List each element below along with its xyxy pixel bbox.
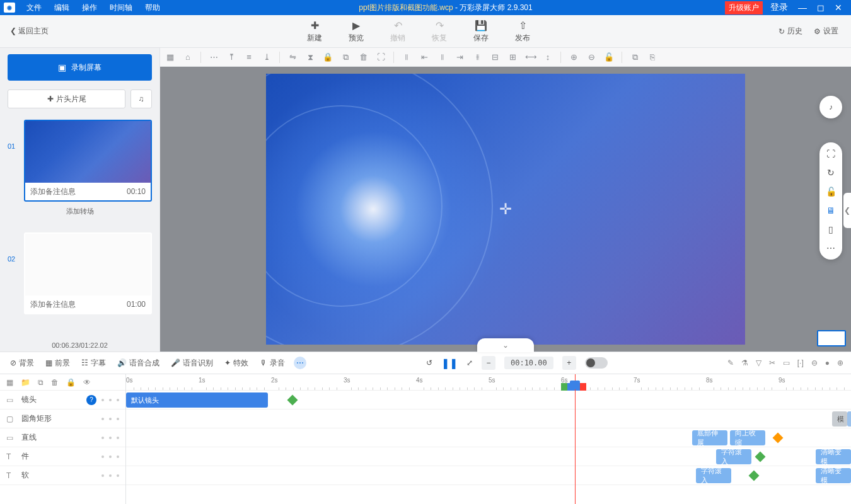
unlock-icon[interactable]: 🔓: [604, 52, 614, 62]
back-home-button[interactable]: ❮ 返回主页: [0, 26, 59, 37]
fullscreen-icon[interactable]: ⛶: [826, 149, 835, 159]
desktop-view-icon[interactable]: 🖥: [826, 205, 835, 215]
zoom-slider-icon[interactable]: ●: [825, 358, 830, 367]
midbar-录音-button[interactable]: 🎙录音: [257, 357, 287, 370]
clip-clear-morph[interactable]: 清晰变模: [816, 449, 851, 464]
ellipsis-tool-icon[interactable]: ⋯: [209, 52, 219, 62]
slide-note[interactable]: 添加备注信息: [30, 186, 76, 197]
timeline-tracks[interactable]: 0s1s2s3s4s5s6s7s8s9s10s 默认镜头 模 底部伸展 向上收缩…: [126, 374, 851, 504]
crop-icon[interactable]: ⛶: [376, 52, 386, 62]
zoom-out-tl-icon[interactable]: ⊖: [811, 358, 818, 367]
stage-content[interactable]: ✛: [266, 74, 745, 345]
flip-h-icon[interactable]: ⇋: [287, 52, 298, 62]
help-icon[interactable]: ?: [86, 395, 96, 405]
funnel-icon[interactable]: ▽: [756, 358, 761, 367]
close-button[interactable]: ✕: [830, 3, 847, 13]
clip-bottom-extend[interactable]: 底部伸展: [692, 430, 727, 445]
edit-tool-icon[interactable]: ✎: [727, 358, 734, 367]
keyframe-marker[interactable]: [287, 395, 298, 406]
folder-icon[interactable]: 📁: [21, 378, 30, 387]
history-button[interactable]: ↻ 历史: [779, 26, 802, 37]
toolbar-预览-button[interactable]: ▶预览: [341, 17, 371, 46]
keyframe-marker[interactable]: [773, 433, 784, 444]
head-tail-button[interactable]: ✚ 片头片尾: [8, 89, 125, 108]
add-transition-button[interactable]: 添加转场: [8, 202, 152, 221]
filter-tool-icon[interactable]: ⚗: [741, 358, 748, 367]
clip-tag-mo[interactable]: 模: [832, 411, 847, 427]
track-delete-icon[interactable]: 🗑: [51, 378, 59, 387]
menu-timeline[interactable]: 时间轴: [103, 3, 139, 13]
menu-help[interactable]: 帮助: [139, 3, 166, 13]
panel-toggle-button[interactable]: ⌄: [477, 338, 534, 352]
upgrade-button[interactable]: 升级账户: [725, 1, 763, 14]
slide-card[interactable]: 添加备注信息01:00: [24, 232, 152, 314]
menu-action[interactable]: 操作: [76, 3, 103, 13]
music-library-button[interactable]: ♫: [130, 89, 152, 108]
marker-icon[interactable]: ▭: [783, 358, 790, 367]
zoom-in-tl-icon[interactable]: ⊕: [837, 358, 843, 367]
record-screen-button[interactable]: ▣ 录制屏幕: [8, 54, 152, 81]
paste-icon[interactable]: ⎘: [647, 52, 657, 62]
mobile-view-icon[interactable]: ▯: [828, 224, 833, 234]
minimap[interactable]: [817, 330, 846, 346]
clip-char-scroll[interactable]: 字符滚入: [716, 449, 751, 464]
more-float-icon[interactable]: ⋯: [826, 243, 835, 253]
more-options-button[interactable]: ⋯: [294, 357, 306, 369]
time-plus-button[interactable]: +: [562, 356, 576, 370]
track-header[interactable]: T软: [0, 466, 125, 485]
midbar-前景-button[interactable]: ▦前景: [43, 357, 72, 370]
timeline-ruler[interactable]: 0s1s2s3s4s5s6s7s8s9s10s: [126, 374, 851, 391]
menu-edit[interactable]: 编辑: [48, 3, 76, 13]
track-header[interactable]: T件: [0, 447, 125, 466]
login-button[interactable]: 登录: [765, 2, 793, 13]
delete-icon[interactable]: 🗑: [358, 52, 368, 62]
home-tool-icon[interactable]: ⌂: [183, 52, 193, 62]
playhead[interactable]: [575, 374, 576, 504]
align-left-icon[interactable]: ⇤: [419, 52, 429, 62]
cut-icon[interactable]: ✂: [769, 358, 775, 367]
ruler-v-icon[interactable]: ↕: [543, 52, 553, 62]
settings-button[interactable]: ⚙ 设置: [814, 26, 838, 37]
clip-up-shrink[interactable]: 向上收缩: [730, 430, 765, 445]
toolbar-保存-button[interactable]: 💾保存: [466, 17, 496, 46]
dist-h-icon[interactable]: ⫴: [402, 52, 412, 62]
layer-tool-icon[interactable]: ▦: [165, 52, 175, 62]
track-header[interactable]: ▢圆角矩形: [0, 410, 125, 428]
rotate-icon[interactable]: ↻: [827, 168, 835, 178]
track-copy-icon[interactable]: ⧉: [38, 378, 43, 387]
midbar-背景-button[interactable]: ⊘背景: [8, 357, 37, 370]
menu-file[interactable]: 文件: [20, 3, 48, 13]
slide-thumbnail[interactable]: [25, 234, 151, 295]
hourglass-icon[interactable]: ⧗: [305, 52, 315, 62]
ruler-h-icon[interactable]: ⟷: [525, 52, 535, 62]
rewind-button[interactable]: ↺: [426, 358, 432, 367]
align-right-icon[interactable]: ⇥: [454, 52, 465, 62]
music-float-button[interactable]: ♪: [819, 96, 842, 118]
slide-thumbnail[interactable]: [25, 121, 151, 183]
track-visibility-icon[interactable]: 👁: [83, 378, 91, 387]
zoom-out-icon[interactable]: ⊖: [586, 52, 596, 62]
midbar-语音识别-button[interactable]: 🎤语音识别: [168, 357, 216, 370]
snap-toggle[interactable]: [585, 357, 608, 369]
toolbar-新建-button[interactable]: ✚新建: [299, 17, 330, 46]
spacing-icon[interactable]: ⊟: [490, 52, 500, 62]
keyframe-marker[interactable]: [749, 471, 760, 481]
canvas-stage[interactable]: ✛ ♪ ⛶ ↻ 🔓 🖥 ▯ ⋯ ❮ ⌄: [160, 67, 851, 352]
dist-v-icon[interactable]: ⫵: [472, 52, 482, 62]
slide-card[interactable]: 添加备注信息00:10: [24, 120, 152, 202]
add-track-icon[interactable]: ▦: [6, 378, 13, 387]
keyframe-marker[interactable]: [755, 452, 766, 462]
track-lock-icon[interactable]: 🔒: [66, 378, 76, 387]
clip-clear-morph-2[interactable]: 清晰变模: [816, 468, 851, 483]
minimize-button[interactable]: —: [793, 3, 812, 13]
clip-stub[interactable]: [847, 411, 851, 427]
track-header[interactable]: ▭直线: [0, 428, 125, 447]
grid-icon[interactable]: ⊞: [507, 52, 518, 62]
align-middle-icon[interactable]: ≡: [244, 52, 254, 62]
bracket-icon[interactable]: [·]: [797, 358, 804, 367]
lock-icon[interactable]: 🔒: [323, 52, 333, 62]
align-bottom-icon[interactable]: ⤓: [262, 52, 272, 62]
clip-char-scroll-2[interactable]: 字符滚入: [696, 468, 731, 483]
side-expand-button[interactable]: ❮: [843, 193, 851, 228]
midbar-特效-button[interactable]: ✦特效: [222, 357, 251, 370]
